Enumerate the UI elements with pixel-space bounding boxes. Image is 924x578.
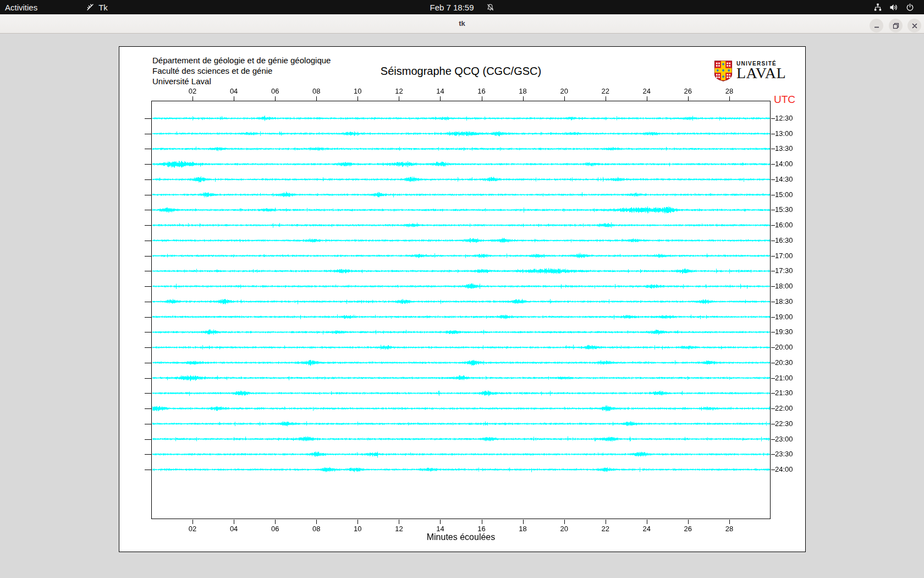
trace-tick-left [145,302,151,302]
volume-icon [889,3,899,12]
x-tick-mark-bottom [440,520,441,524]
app-menu-label: Tk [98,3,108,12]
system-tray-button[interactable] [869,0,919,14]
trace-tick-left [145,195,151,195]
minimize-button[interactable] [870,19,883,32]
trace-time-label: 15:30 [775,205,793,214]
trace-time-label: 22:00 [775,404,793,413]
x-tick-label-bottom: 02 [184,525,201,533]
trace-tick-left [145,454,151,455]
trace-tick-left [145,424,151,424]
trace-tick-left [145,347,151,348]
x-tick-mark-top [234,96,234,101]
x-tick-mark-top [564,96,565,101]
maximize-button[interactable] [889,19,903,32]
x-tick-mark-bottom [193,520,193,524]
trace-tick-right [771,332,775,332]
trace-time-label: 13:30 [775,144,793,153]
x-tick-mark-top [729,96,730,101]
trace-tick-right [771,439,775,440]
trace-tick-right [771,408,775,409]
power-icon [906,3,914,12]
trace-tick-left [145,118,151,119]
trace-tick-left [145,439,151,440]
window-titlebar[interactable]: tk [0,14,924,34]
x-tick-label-top: 22 [597,87,614,95]
trace-time-label: 22:30 [775,419,793,428]
x-tick-label-top: 10 [349,87,366,95]
x-tick-label-top: 12 [391,87,407,95]
close-button[interactable] [908,19,921,32]
window-title: tk [0,14,924,33]
x-tick-mark-bottom [316,520,317,524]
trace-tick-left [145,271,151,271]
x-tick-mark-bottom [564,520,565,524]
clock-button[interactable]: Feb 7 18:59 [0,0,924,14]
x-tick-mark-bottom [729,520,730,524]
trace-tick-left [145,332,151,332]
x-tick-label-top: 06 [267,87,283,95]
trace-tick-right [771,225,775,226]
x-tick-mark-top [399,96,399,101]
trace-tick-right [771,164,775,165]
activities-button[interactable]: Activities [0,0,42,14]
activities-label: Activities [5,3,37,12]
trace-tick-left [145,393,151,394]
x-tick-label-bottom: 20 [556,525,573,533]
x-tick-label-bottom: 16 [474,525,490,533]
trace-tick-right [771,286,775,287]
trace-time-label: 23:30 [775,450,793,459]
bell-slash-icon [486,3,494,12]
trace-time-label: 12:30 [775,114,793,123]
x-tick-label-bottom: 18 [515,525,531,533]
x-tick-mark-bottom [482,520,482,524]
maximize-icon [893,23,899,29]
x-tick-mark-bottom [688,520,689,524]
tk-feather-icon [86,3,95,12]
x-tick-label-bottom: 12 [391,525,407,533]
trace-time-label: 13:00 [775,129,793,138]
trace-time-label: 18:00 [775,282,793,291]
trace-tick-right [771,241,775,241]
trace-time-label: 14:00 [775,160,793,168]
x-tick-mark-top [606,96,606,101]
trace-tick-right [771,118,775,119]
x-tick-mark-top [316,96,317,101]
trace-tick-left [145,149,151,149]
x-tick-mark-bottom [234,520,234,524]
trace-time-label: 21:00 [775,374,793,383]
trace-time-label: 19:00 [775,313,793,321]
x-tick-mark-top [358,96,358,101]
top-bar: Activities Tk Feb 7 18:59 [0,0,924,14]
trace-tick-left [145,378,151,379]
trace-tick-right [771,363,775,363]
trace-time-label: 18:30 [775,297,793,306]
trace-time-label: 21:30 [775,389,793,397]
trace-tick-left [145,408,151,409]
x-tick-mark-bottom [399,520,399,524]
x-tick-mark-top [688,96,689,101]
x-tick-label-top: 18 [515,87,531,95]
x-tick-mark-bottom [647,520,647,524]
desktop: Activities Tk Feb 7 18:59 [0,0,924,578]
trace-tick-left [145,363,151,363]
trace-time-label: 17:00 [775,252,793,260]
trace-tick-left [145,470,151,470]
app-menu-button[interactable]: Tk [81,0,113,14]
trace-tick-right [771,393,775,394]
trace-time-label: 24:00 [775,465,793,474]
trace-tick-right [771,271,775,271]
x-tick-label-top: 24 [639,87,655,95]
x-tick-label-top: 04 [226,87,242,95]
x-tick-label-bottom: 06 [267,525,283,533]
close-icon [911,23,918,29]
trace-tick-right [771,134,775,134]
trace-tick-right [771,470,775,470]
x-tick-label-top: 16 [474,87,490,95]
trace-tick-right [771,256,775,257]
trace-time-label: 16:30 [775,236,793,245]
minimize-icon [873,23,880,29]
x-tick-label-bottom: 26 [680,525,696,533]
trace-tick-right [771,179,775,180]
trace-time-label: 14:30 [775,175,793,184]
